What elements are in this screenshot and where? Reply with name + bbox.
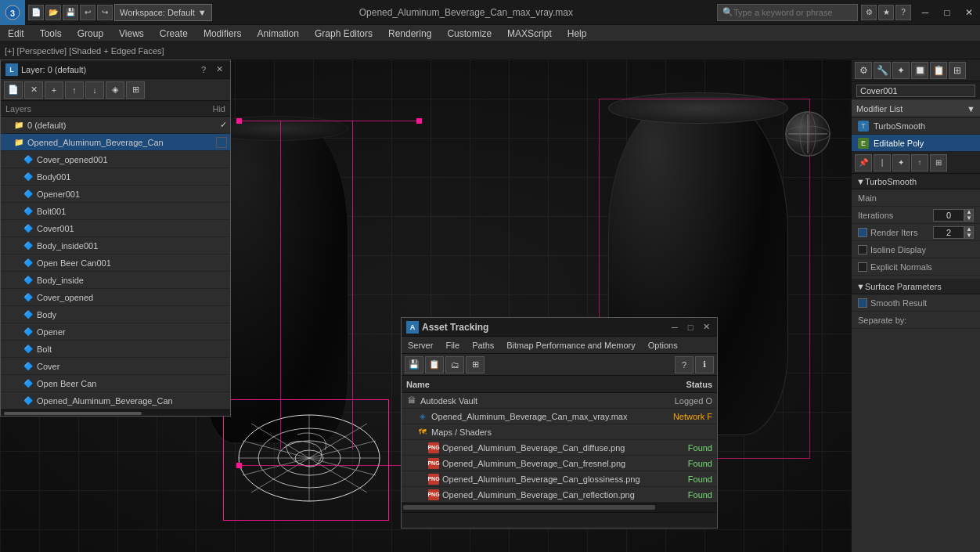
menu-item-edit[interactable]: Edit [0,25,32,42]
rp-icon-3[interactable]: ✦ [892,62,910,79]
close-button[interactable]: ✕ [958,0,980,25]
minimize-button[interactable]: ─ [914,0,936,25]
menu-item-animation[interactable]: Animation [250,25,307,42]
modifier-turbosmooth[interactable]: T TurboSmooth [852,117,980,135]
layer-item-open-beer-can[interactable]: 🔷Open Beer Can [1,375,230,392]
ts-render-iters-down[interactable]: ▼ [964,233,974,239]
layer-delete-btn[interactable]: ✕ [24,81,43,99]
ts-isoline-check[interactable] [858,245,867,254]
maximize-button[interactable]: □ [936,0,958,25]
asset-menu-paths[interactable]: Paths [466,337,500,354]
asset-icon-2[interactable]: 📋 [425,356,444,373]
layer-item-opened-aluminum-beverage-can2[interactable]: 🔷Opened_Aluminum_Beverage_Can [1,392,230,409]
layer-sel-btn[interactable]: ◈ [106,81,124,99]
layer-item-cover001[interactable]: 🔷Cover001 [1,220,230,237]
menu-item-views[interactable]: Views [111,25,152,42]
search-bar[interactable]: 🔍 [717,4,858,21]
menu-item-create[interactable]: Create [152,25,196,42]
layer-item-default[interactable]: 📁0 (default)✓ [1,117,230,134]
layer-item-bolt001[interactable]: 🔷Bolt001 [1,203,230,220]
menu-item-graph-editors[interactable]: Graph Editors [307,25,380,42]
layer-item-body-inside001[interactable]: 🔷Body_inside001 [1,237,230,254]
redo-btn[interactable]: ↪ [97,5,113,20]
asset-menu-server[interactable]: Server [402,337,439,354]
mod-tool-4[interactable]: ↑ [911,154,928,171]
ts-render-iters-input[interactable]: 2 [933,226,964,239]
new-btn[interactable]: 📄 [28,5,44,20]
search-input[interactable] [733,8,843,17]
layer-item-body001[interactable]: 🔷Body001 [1,168,230,186]
workspace-dropdown[interactable]: Workspace: Default ▼ [114,4,212,21]
icon-btn-1[interactable]: ⚙ [861,5,877,20]
save-btn[interactable]: 💾 [63,5,78,20]
layer-item-cover-opened[interactable]: 🔷Cover_opened [1,289,230,306]
layer-add-btn[interactable]: + [45,81,63,99]
open-btn[interactable]: 📂 [45,5,61,20]
layer-move2-btn[interactable]: ↓ [85,81,104,99]
menu-item-rendering[interactable]: Rendering [380,25,439,42]
asset-info-btn[interactable]: ℹ [695,356,714,373]
asset-row-maps-shaders[interactable]: 🗺Maps / Shaders [402,424,717,440]
layer-item-opened-can[interactable]: 📁Opened_Aluminum_Beverage_Can [1,134,230,151]
layer-item-body[interactable]: 🔷Body [1,306,230,323]
layer-item-opener[interactable]: 🔷Opener [1,323,230,341]
asset-menu-file[interactable]: File [439,337,466,354]
menu-item-maxscript[interactable]: MAXScript [499,25,560,42]
asset-menu-bitmap-perf[interactable]: Bitmap Performance and Memory [500,337,641,354]
layer-opt-btn[interactable]: ⊞ [126,81,145,99]
viewport[interactable]: Total Polys: 36 920 Tris: 36 920 Edges: … [0,60,851,552]
ts-iterations-input[interactable]: 0 [933,209,964,222]
asset-row-glossiness[interactable]: PNGOpened_Aluminum_Beverage_Can_glossine… [402,471,717,487]
asset-row-diffuse[interactable]: PNGOpened_Aluminum_Beverage_Can_diffuse.… [402,440,717,456]
rp-icon-2[interactable]: 🔧 [874,62,891,79]
layer-item-cover[interactable]: 🔷Cover [1,358,230,375]
rp-icon-1[interactable]: ⚙ [855,62,872,79]
asset-icon-3[interactable]: 🗂 [445,356,464,373]
modifier-list-header[interactable]: Modifier List ▼ [852,100,980,117]
layer-item-opener001[interactable]: 🔷Opener001 [1,186,230,203]
layer-item-open-beer-can001[interactable]: 🔷Open Beer Can001 [1,254,230,272]
asset-row-fresnel[interactable]: PNGOpened_Aluminum_Beverage_Can_fresnel.… [402,456,717,471]
asset-menu-options[interactable]: Options [642,337,684,354]
menu-item-help[interactable]: Help [560,25,595,42]
modifier-editpoly[interactable]: E Editable Poly [852,135,980,152]
ts-main-row: Main [852,189,980,207]
menu-item-customize[interactable]: Customize [439,25,499,42]
asset-row-autodesk-vault[interactable]: 🏛Autodesk VaultLogged O [402,393,717,409]
asset-scrollbar[interactable] [402,503,717,512]
layers-scrollbar[interactable] [1,409,230,416]
mod-tool-3[interactable]: ✦ [892,154,910,171]
mod-tool-2[interactable]: | [874,154,891,171]
asset-panel-maximize[interactable]: □ [684,321,697,334]
asset-panel-close[interactable]: ✕ [700,321,712,334]
rp-icon-6[interactable]: ⊞ [949,62,966,79]
rp-icon-5[interactable]: 📋 [930,62,947,79]
asset-icon-4[interactable]: ⊞ [466,356,485,373]
object-name-input[interactable] [856,85,975,97]
rp-icon-4[interactable]: 🔲 [911,62,928,79]
layers-panel-close[interactable]: ✕ [213,63,225,76]
asset-help-btn[interactable]: ? [675,356,694,373]
layer-new-btn[interactable]: 📄 [4,81,23,99]
layers-panel-help[interactable]: ? [197,63,210,76]
icon-btn-2[interactable]: ★ [878,5,894,20]
undo-btn[interactable]: ↩ [80,5,95,20]
help-btn[interactable]: ? [895,5,911,20]
asset-row-max-file[interactable]: ◈Opened_Aluminum_Beverage_Can_max_vray.m… [402,409,717,424]
mod-tool-5[interactable]: ⊞ [930,154,947,171]
layer-item-bolt[interactable]: 🔷Bolt [1,341,230,358]
layer-move-btn[interactable]: ↑ [65,81,84,99]
menu-item-modifiers[interactable]: Modifiers [196,25,250,42]
ts-render-iters-check[interactable] [858,228,867,237]
mod-pin-btn[interactable]: 📌 [855,154,872,171]
menu-item-group[interactable]: Group [70,25,111,42]
ts-explicit-normals-check[interactable] [858,262,867,272]
ts-smooth-result-check[interactable] [858,298,867,308]
ts-iterations-down[interactable]: ▼ [964,215,974,222]
layer-item-cover-opened001[interactable]: 🔷Cover_opened001 [1,151,230,168]
menu-item-tools[interactable]: Tools [32,25,70,42]
layer-item-body-inside[interactable]: 🔷Body_inside [1,272,230,289]
asset-row-reflection[interactable]: PNGOpened_Aluminum_Beverage_Can_reflecti… [402,487,717,503]
asset-panel-minimize[interactable]: ─ [668,321,681,334]
asset-icon-1[interactable]: 💾 [405,356,423,373]
